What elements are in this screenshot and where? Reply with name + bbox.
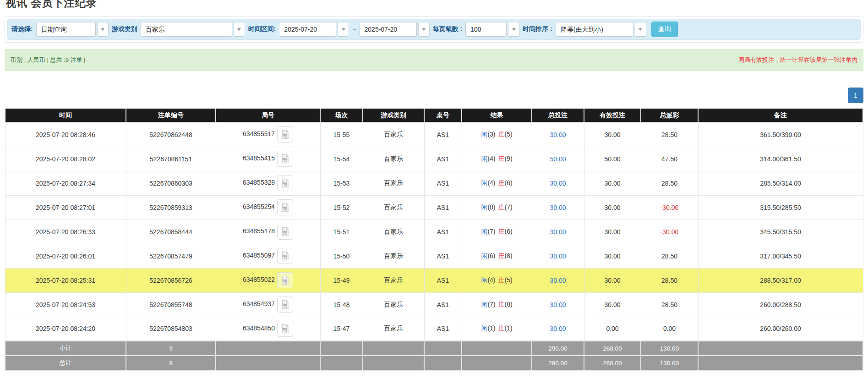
video-replay-button[interactable] <box>277 199 293 215</box>
result-banker-value: (6) <box>505 228 513 235</box>
chevron-down-icon[interactable] <box>338 22 349 37</box>
video-replay-button[interactable] <box>277 175 293 191</box>
cell-note: 315.50/285.50 <box>698 195 863 220</box>
cell-time: 2025-07-20 08:25:31 <box>5 268 126 292</box>
total-bet-link[interactable]: 30.00 <box>550 325 566 332</box>
time-sort-select[interactable]: 降幂(由大到小) <box>556 22 646 37</box>
chevron-down-icon[interactable] <box>97 22 109 37</box>
query-type-value[interactable]: 日期查询 <box>36 22 96 37</box>
result-banker-label: 庄 <box>498 179 505 187</box>
total-total-bet: 290.00 <box>532 356 584 370</box>
video-replay-button[interactable] <box>277 151 293 167</box>
col-header-round-id: 局号 <box>216 108 320 122</box>
cell-time: 2025-07-20 08:24:53 <box>5 292 126 317</box>
total-bet-link[interactable]: 30.00 <box>550 228 566 236</box>
cell-valid-bet: 50.00 <box>584 147 641 171</box>
cell-session: 15-55 <box>320 122 363 147</box>
video-icon <box>280 324 290 334</box>
cell-payout: 28.50 <box>641 171 698 195</box>
result-player-label: 闲 <box>481 324 487 332</box>
video-replay-button[interactable] <box>277 224 293 240</box>
game-type-select[interactable]: 百家乐 <box>141 22 245 37</box>
cell-total-bet: 30.00 <box>532 244 584 268</box>
cell-valid-bet: 30.00 <box>584 292 641 317</box>
query-type-select[interactable]: 日期查询 <box>36 22 109 37</box>
total-valid-bet: 260.00 <box>584 356 641 370</box>
cell-game-type: 百家乐 <box>363 122 424 147</box>
col-header-payout: 总派彩 <box>641 108 698 122</box>
result-banker-label: 庄 <box>498 131 505 138</box>
bet-records-table: 时间 注单编号 局号 场次 游戏类别 桌号 结果 总投注 有效投注 总派彩 备注… <box>5 108 863 371</box>
subtotal-count: 9 <box>126 341 216 356</box>
video-replay-button[interactable] <box>277 272 293 288</box>
total-bet-link[interactable]: 30.00 <box>550 204 566 211</box>
per-page-select[interactable]: 100 <box>465 22 519 37</box>
table-row: 2025-07-20 08:28:02 522670861151 6348554… <box>5 147 863 171</box>
table-row: 2025-07-20 08:28:46 522670862448 6348555… <box>5 122 863 147</box>
chevron-down-icon[interactable] <box>418 22 430 37</box>
chevron-down-icon[interactable] <box>234 22 245 37</box>
per-page-label: 每页笔数 : <box>433 25 463 33</box>
cell-valid-bet: 30.00 <box>584 244 641 268</box>
col-header-result: 结果 <box>462 108 532 122</box>
table-row: 2025-07-20 08:26:33 522670858444 6348551… <box>5 220 863 244</box>
cell-time: 2025-07-20 08:28:02 <box>5 147 126 171</box>
game-type-label: 游戏类别 <box>112 25 137 33</box>
total-bet-link[interactable]: 30.00 <box>550 253 566 260</box>
result-banker-label: 庄 <box>498 155 505 162</box>
total-bet-link[interactable]: 30.00 <box>550 180 566 187</box>
cell-total-bet: 30.00 <box>532 292 584 317</box>
result-banker-value: (5) <box>505 276 513 284</box>
video-icon <box>280 275 290 285</box>
time-sort-label: 时间排序 : <box>523 25 552 33</box>
total-bet-link[interactable]: 30.00 <box>550 277 566 284</box>
table-header-row: 时间 注单编号 局号 场次 游戏类别 桌号 结果 总投注 有效投注 总派彩 备注 <box>5 108 863 122</box>
result-banker-label: 庄 <box>498 301 505 308</box>
video-replay-button[interactable] <box>277 297 293 313</box>
cell-result: 闲(6)庄(8) <box>462 244 532 268</box>
result-player-label: 闲 <box>481 179 487 187</box>
result-banker-value: (6) <box>505 179 513 187</box>
time-sort-value[interactable]: 降幂(由大到小) <box>556 22 633 37</box>
search-button[interactable]: 查询 <box>651 22 678 37</box>
cell-result: 闲(4)庄(9) <box>462 147 532 171</box>
round-id-value: 634855022 <box>243 276 275 283</box>
per-page-value[interactable]: 100 <box>465 22 507 37</box>
cell-note: 260.00/288.50 <box>698 292 863 317</box>
cell-bet-id: 522670862448 <box>126 122 216 147</box>
chevron-down-icon[interactable] <box>508 22 519 37</box>
total-row: 总计 9 290.00 260.00 130.00 <box>5 356 863 370</box>
cell-valid-bet: 30.00 <box>584 171 641 195</box>
subtotal-row: 小计 9 290.00 260.00 130.00 <box>5 341 863 356</box>
subtotal-valid-bet: 260.00 <box>584 341 641 356</box>
cell-time: 2025-07-20 08:28:46 <box>5 122 126 147</box>
date-to-picker[interactable]: 2025-07-20 <box>360 22 430 37</box>
result-banker-label: 庄 <box>498 203 505 211</box>
result-banker-label: 庄 <box>498 276 505 284</box>
chevron-down-icon[interactable] <box>635 22 646 37</box>
video-replay-button[interactable] <box>277 321 293 337</box>
video-replay-button[interactable] <box>277 126 293 143</box>
total-count: 9 <box>126 356 216 370</box>
cell-time: 2025-07-20 08:24:20 <box>5 317 126 341</box>
game-type-value[interactable]: 百家乐 <box>141 22 232 37</box>
date-from-value[interactable]: 2025-07-20 <box>279 22 336 37</box>
cell-payout: -30.00 <box>641 220 698 244</box>
total-bet-link[interactable]: 30.00 <box>550 131 566 138</box>
total-bet-link[interactable]: 50.00 <box>550 155 566 163</box>
pagination-page-button[interactable]: 1 <box>848 88 863 103</box>
cell-time: 2025-07-20 08:26:33 <box>5 220 126 244</box>
date-to-value[interactable]: 2025-07-20 <box>360 22 417 37</box>
total-bet-link[interactable]: 30.00 <box>550 301 566 308</box>
cell-round-id: 634854850 <box>216 317 320 341</box>
cell-total-bet: 30.00 <box>532 220 584 244</box>
cell-game-type: 百家乐 <box>363 220 424 244</box>
video-replay-button[interactable] <box>277 248 293 264</box>
cell-table: AS1 <box>424 317 462 341</box>
date-from-picker[interactable]: 2025-07-20 <box>279 22 349 37</box>
cell-round-id: 634855328 <box>216 171 320 195</box>
col-header-session: 场次 <box>320 108 363 122</box>
result-player-label: 闲 <box>481 228 487 235</box>
result-player-value: (6) <box>487 252 495 259</box>
result-banker-value: (8) <box>505 301 513 308</box>
